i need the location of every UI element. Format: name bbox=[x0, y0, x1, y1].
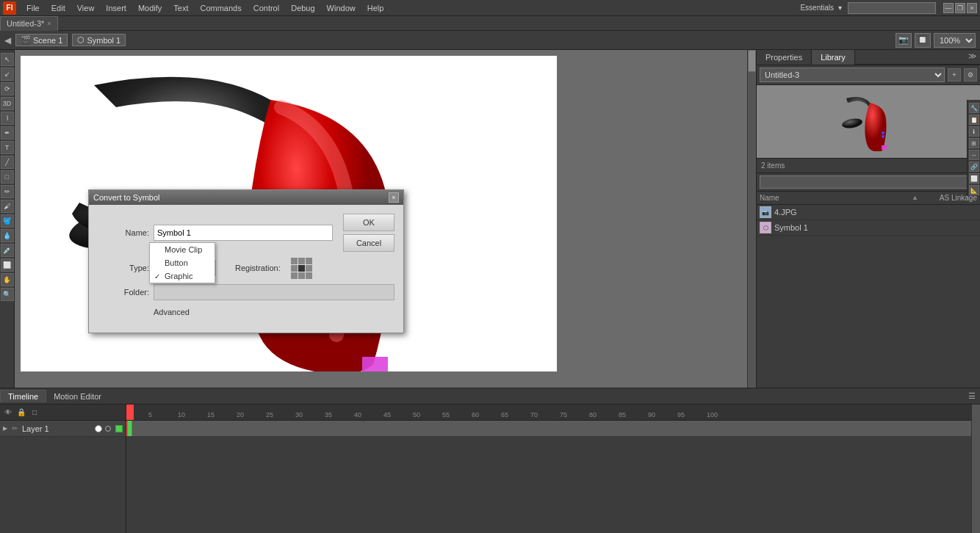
library-item-jpg[interactable]: 📷 4.JPG bbox=[757, 205, 980, 220]
menu-window[interactable]: Window bbox=[321, 2, 361, 14]
ruler-35: 35 bbox=[325, 411, 332, 418]
zoom-select[interactable]: 100% bbox=[934, 33, 976, 48]
menu-view[interactable]: View bbox=[71, 2, 101, 14]
menu-control[interactable]: Control bbox=[248, 2, 285, 14]
reg-mr[interactable] bbox=[306, 265, 312, 272]
name-label: Name: bbox=[98, 228, 149, 237]
tool-transform[interactable]: ⟳ bbox=[1, 82, 14, 95]
library-props-icon[interactable]: ⚙ bbox=[964, 68, 977, 81]
library-item-symbol[interactable]: ⬡ Symbol 1 bbox=[757, 220, 980, 236]
tool-paint[interactable]: 🪣 bbox=[1, 214, 14, 228]
ok-button[interactable]: OK bbox=[343, 214, 394, 231]
type-option-movie-clip[interactable]: Movie Clip bbox=[150, 243, 215, 256]
scene-label: Scene 1 bbox=[33, 36, 62, 45]
panel-icon-1[interactable]: 🔧 bbox=[969, 103, 979, 113]
search-input[interactable] bbox=[848, 2, 936, 14]
reg-br[interactable] bbox=[306, 272, 312, 279]
layer-1-name[interactable]: Layer 1 bbox=[22, 424, 92, 433]
panel-icon-2[interactable]: 📋 bbox=[969, 115, 979, 125]
layer-pencil-icon[interactable]: ✏ bbox=[10, 424, 19, 432]
svg-rect-7 bbox=[882, 145, 887, 150]
tab-library[interactable]: Library bbox=[812, 50, 855, 65]
cancel-button[interactable]: Cancel bbox=[343, 234, 394, 252]
restore-button[interactable]: ❐ bbox=[955, 3, 965, 13]
tab-bar: Untitled-3* × bbox=[0, 16, 980, 31]
reg-bc[interactable] bbox=[298, 272, 305, 279]
minimize-button[interactable]: — bbox=[943, 3, 954, 13]
close-button[interactable]: × bbox=[967, 3, 977, 13]
tool-pencil[interactable]: ✏ bbox=[1, 185, 14, 198]
menu-modify[interactable]: Modify bbox=[132, 2, 167, 14]
tab-timeline[interactable]: Timeline bbox=[0, 390, 46, 402]
eye-icon: 👁 bbox=[3, 408, 13, 416]
tool-brush[interactable]: 🖌 bbox=[1, 200, 14, 213]
snap-icon[interactable]: 🔲 bbox=[915, 33, 931, 48]
jpg-item-name: 4.JPG bbox=[774, 208, 797, 217]
tool-rect[interactable]: □ bbox=[1, 170, 14, 184]
tool-lasso[interactable]: ⌇ bbox=[1, 112, 14, 125]
tab-properties[interactable]: Properties bbox=[757, 50, 812, 65]
menu-text[interactable]: Text bbox=[167, 2, 194, 14]
menu-debug[interactable]: Debug bbox=[285, 2, 320, 14]
menu-help[interactable]: Help bbox=[361, 2, 390, 14]
tool-3d[interactable]: 3D bbox=[1, 97, 14, 110]
document-tab[interactable]: Untitled-3* × bbox=[0, 16, 58, 31]
symbol-button[interactable]: ⬡ Symbol 1 bbox=[72, 34, 126, 46]
menu-insert[interactable]: Insert bbox=[100, 2, 132, 14]
reg-bl[interactable] bbox=[291, 272, 298, 279]
tool-pen[interactable]: ✒ bbox=[1, 126, 14, 139]
tab-motion-editor[interactable]: Motion Editor bbox=[46, 391, 109, 402]
timeline-v-scrollbar[interactable] bbox=[971, 405, 980, 533]
reg-tr[interactable] bbox=[306, 258, 312, 264]
new-library-item[interactable]: + bbox=[948, 68, 961, 81]
registration-grid[interactable] bbox=[291, 258, 311, 278]
type-option-graphic[interactable]: ✓ Graphic bbox=[150, 269, 215, 283]
library-search-input[interactable] bbox=[760, 175, 977, 189]
layer-frame-type[interactable] bbox=[115, 425, 123, 432]
project-select[interactable]: Untitled-3 bbox=[760, 68, 945, 82]
panel-collapse[interactable]: ≫ bbox=[965, 50, 980, 65]
workspace-dropdown[interactable]: ▾ bbox=[838, 4, 842, 12]
dialog-close-button[interactable]: × bbox=[389, 192, 399, 203]
panel-icon-5[interactable]: ↔ bbox=[969, 150, 979, 160]
advanced-link[interactable]: Advanced bbox=[154, 306, 190, 318]
scene-button[interactable]: 🎬 Scene 1 bbox=[15, 34, 68, 46]
tool-ink[interactable]: 💧 bbox=[1, 229, 14, 242]
layer-lock-dot[interactable] bbox=[105, 426, 111, 432]
folder-row: Folder: bbox=[98, 284, 394, 300]
menu-edit[interactable]: Edit bbox=[46, 2, 71, 14]
tool-select[interactable]: ↖ bbox=[1, 53, 14, 66]
reg-ml[interactable] bbox=[291, 265, 298, 272]
layer-visibility-dot[interactable] bbox=[95, 425, 102, 432]
tool-line[interactable]: ╱ bbox=[1, 156, 14, 169]
panel-icon-6[interactable]: 🔗 bbox=[969, 162, 979, 172]
nav-back-arrow[interactable]: ◀ bbox=[4, 35, 11, 46]
tab-close-icon[interactable]: × bbox=[47, 20, 51, 27]
tool-hand[interactable]: ✋ bbox=[1, 273, 14, 286]
tool-eraser[interactable]: ⬜ bbox=[1, 258, 14, 272]
panel-icon-4[interactable]: ⊞ bbox=[969, 138, 979, 148]
menu-file[interactable]: File bbox=[21, 2, 46, 14]
panel-icon-7[interactable]: ⬜ bbox=[969, 173, 979, 184]
reg-tl[interactable] bbox=[291, 258, 298, 264]
symbol-icon: ⬡ bbox=[760, 222, 771, 233]
timeline-settings-icon[interactable]: ☰ bbox=[964, 390, 980, 402]
ruler-40: 40 bbox=[354, 411, 361, 418]
camera-icon[interactable]: 📷 bbox=[896, 33, 912, 48]
tool-zoom[interactable]: 🔍 bbox=[1, 288, 14, 301]
ruler-55: 55 bbox=[442, 411, 450, 418]
tool-subselect[interactable]: ↙ bbox=[1, 68, 14, 81]
reg-tc[interactable] bbox=[298, 258, 305, 264]
playhead-marker[interactable] bbox=[126, 405, 134, 420]
panel-icon-8[interactable]: 📐 bbox=[969, 185, 979, 195]
name-input[interactable] bbox=[154, 225, 333, 241]
panel-icon-3[interactable]: ℹ bbox=[969, 126, 979, 137]
tool-eyedropper[interactable]: 💉 bbox=[1, 244, 14, 257]
ruler-30: 30 bbox=[295, 411, 303, 418]
reg-mc[interactable] bbox=[298, 265, 305, 272]
menu-commands[interactable]: Commands bbox=[194, 2, 247, 14]
type-option-button[interactable]: Button bbox=[150, 256, 215, 269]
timeline-layers: 👁 🔒 □ ▶ ✏ Layer 1 bbox=[0, 405, 126, 533]
tool-text[interactable]: T bbox=[1, 141, 14, 154]
folder-input[interactable] bbox=[154, 284, 394, 300]
